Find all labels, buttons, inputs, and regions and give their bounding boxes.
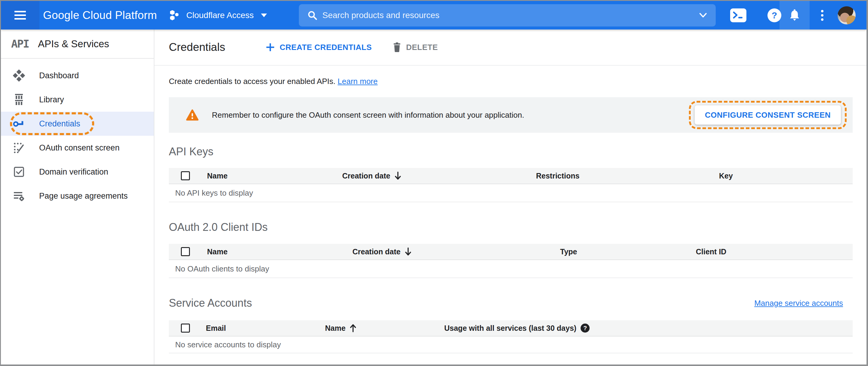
service-accounts-section: Service Accounts Manage service accounts…	[169, 297, 852, 353]
account-avatar[interactable]	[838, 6, 856, 24]
select-all-checkbox[interactable]	[181, 247, 190, 256]
three-dots-icon	[821, 8, 824, 23]
sidebar-item-credentials[interactable]: Credentials	[1, 112, 154, 136]
select-all-checkbox[interactable]	[181, 324, 190, 333]
column-header-key[interactable]: Key	[719, 172, 733, 180]
oauth-clients-title: OAuth 2.0 Client IDs	[169, 221, 852, 234]
usage-help-icon[interactable]: ?	[581, 324, 590, 333]
trash-icon	[393, 42, 401, 52]
consent-annotation-outline: CONFIGURE CONSENT SCREEN	[689, 101, 847, 129]
page-header: Credentials CREATE CREDENTIALS DELETE	[154, 30, 867, 66]
sidebar-item-page-usage-agreements[interactable]: Page usage agreements	[1, 184, 154, 208]
column-header-creation-date[interactable]: Creation date	[352, 247, 412, 256]
sidebar-item-dashboard[interactable]: Dashboard	[1, 63, 154, 88]
service-accounts-title: Service Accounts	[169, 297, 252, 310]
delete-button[interactable]: DELETE	[393, 42, 438, 52]
column-header-name[interactable]: Name	[207, 247, 227, 256]
top-app-bar: Google Cloud Platform Cloudflare Access …	[1, 1, 867, 30]
api-keys-table-header: Name Creation date Restrictions Key	[169, 168, 852, 184]
sidebar-header: API APIs & Services	[1, 30, 154, 59]
library-icon	[13, 94, 25, 105]
cloud-shell-button[interactable]	[722, 1, 755, 30]
sidebar-item-domain-verification[interactable]: Domain verification	[1, 160, 154, 184]
sidebar-item-oauth-consent-screen[interactable]: OAuth consent screen	[1, 136, 154, 160]
sort-asc-icon	[349, 324, 357, 333]
oauth-clients-table-header: Name Creation date Type Client ID	[169, 244, 852, 260]
service-accounts-title-row: Service Accounts Manage service accounts	[169, 297, 852, 310]
main-content: Credentials CREATE CREDENTIALS DELETE Cr…	[154, 30, 867, 365]
api-logo: API	[11, 38, 29, 50]
consent-screen-icon	[13, 142, 25, 154]
column-header-restrictions[interactable]: Restrictions	[536, 172, 579, 180]
banner-message: Remember to configure the OAuth consent …	[212, 111, 524, 120]
bell-icon	[788, 9, 801, 22]
column-header-client-id[interactable]: Client ID	[696, 247, 726, 256]
notifications-button[interactable]	[779, 1, 810, 30]
page-title: Credentials	[169, 41, 225, 54]
key-icon	[13, 118, 25, 130]
configure-consent-screen-button[interactable]: CONFIGURE CONSENT SCREEN	[695, 105, 841, 125]
api-keys-title: API Keys	[169, 145, 852, 158]
oauth-clients-empty-row: No OAuth clients to display	[169, 260, 852, 278]
column-header-usage[interactable]: Usage with all services (last 30 days) ?	[444, 324, 590, 333]
search-bar[interactable]	[299, 4, 716, 27]
hamburger-icon	[14, 9, 26, 22]
column-header-type[interactable]: Type	[560, 247, 577, 256]
sidebar-item-library[interactable]: Library	[1, 88, 154, 112]
nav-menu-button[interactable]	[1, 1, 39, 30]
warning-icon	[186, 109, 199, 121]
column-header-name[interactable]: Name	[325, 324, 357, 333]
column-header-creation-date[interactable]: Creation date	[342, 171, 402, 180]
more-options-button[interactable]	[813, 1, 831, 30]
sidebar-nav: Dashboard Library	[1, 59, 154, 208]
cloud-shell-icon	[730, 8, 747, 23]
dashboard-icon	[13, 69, 25, 82]
manage-service-accounts-link[interactable]: Manage service accounts	[754, 299, 843, 308]
create-credentials-button[interactable]: CREATE CREDENTIALS	[265, 42, 372, 52]
intro-text: Create credentials to access your enable…	[169, 77, 867, 86]
api-keys-empty-row: No API keys to display	[169, 184, 852, 202]
service-accounts-empty-row: No service accounts to display	[169, 336, 852, 353]
plus-icon	[265, 42, 275, 52]
select-all-checkbox[interactable]	[181, 171, 190, 180]
sidebar-title: APIs & Services	[38, 38, 109, 50]
consent-warning-banner: Remember to configure the OAuth consent …	[169, 97, 852, 133]
column-header-name[interactable]: Name	[207, 172, 227, 180]
column-header-email[interactable]: Email	[206, 324, 226, 333]
sidebar: API APIs & Services Dashboard	[1, 30, 154, 365]
project-selector[interactable]: Cloudflare Access	[170, 1, 267, 30]
project-icon	[170, 10, 179, 21]
sort-desc-icon	[394, 171, 402, 180]
oauth-clients-section: OAuth 2.0 Client IDs Name Creation date …	[169, 221, 852, 278]
list-gear-icon	[13, 190, 25, 202]
service-accounts-table-header: Email Name Usage with all services (last…	[169, 320, 852, 336]
learn-more-link[interactable]: Learn more	[338, 77, 378, 86]
project-caret-icon	[261, 13, 267, 17]
project-name: Cloudflare Access	[186, 10, 254, 20]
search-input[interactable]	[322, 10, 694, 20]
gcp-logo[interactable]: Google Cloud Platform	[43, 1, 157, 30]
checkbox-check-icon	[13, 166, 25, 178]
api-keys-section: API Keys Name Creation date Restrictions…	[169, 145, 852, 202]
search-expand-chevron-icon[interactable]	[698, 12, 709, 19]
sort-desc-icon	[404, 247, 412, 256]
search-icon	[307, 10, 317, 21]
